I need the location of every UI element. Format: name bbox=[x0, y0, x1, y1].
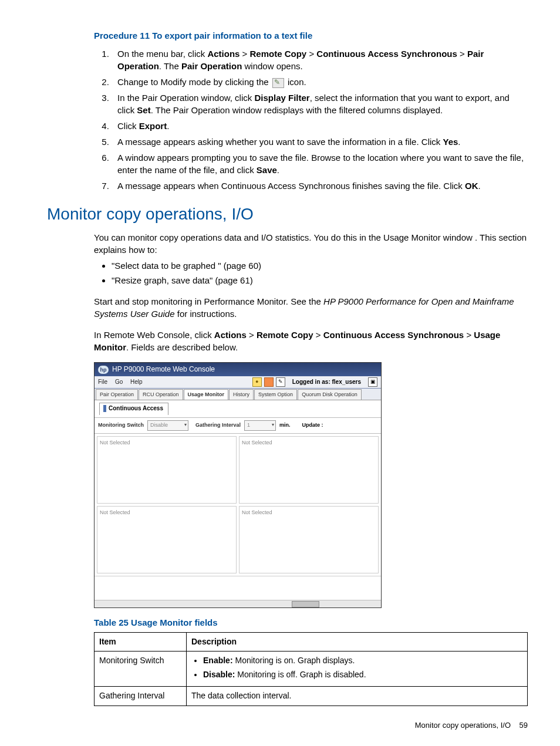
step-7: A message appears when Continuous Access… bbox=[112, 180, 528, 192]
bold: Display Filter bbox=[254, 93, 309, 103]
tab-history[interactable]: History bbox=[229, 389, 254, 400]
horizontal-scrollbar[interactable] bbox=[95, 600, 381, 607]
header-description: Description bbox=[187, 632, 528, 652]
menu-go[interactable]: Go bbox=[115, 379, 123, 385]
intro-text: You can monitor copy operations data and… bbox=[94, 231, 528, 256]
tab-system-option[interactable]: System Option bbox=[254, 389, 297, 400]
list-item: Enable: Monitoring is on. Graph displays… bbox=[203, 655, 522, 667]
cell-description: Enable: Monitoring is on. Graph displays… bbox=[187, 652, 528, 687]
page-footer: Monitor copy operations, I/O 59 bbox=[32, 720, 528, 731]
paragraph: In Remote Web Console, click Actions > R… bbox=[94, 329, 528, 353]
bold: Remote Copy bbox=[257, 330, 313, 340]
sep: > bbox=[247, 330, 257, 340]
cell-item: Gathering Interval bbox=[95, 687, 187, 706]
table-row: Gathering Interval The data collection i… bbox=[95, 687, 528, 706]
section-body: You can monitor copy operations data and… bbox=[94, 231, 528, 706]
window-title: HP P9000 Remote Web Console bbox=[112, 364, 215, 374]
header-item: Item bbox=[95, 632, 187, 652]
modify-mode-icon[interactable]: ✎ bbox=[276, 377, 285, 387]
text: . bbox=[458, 137, 460, 147]
menu-help[interactable]: Help bbox=[130, 379, 143, 385]
tab-quorum-disk[interactable]: Quorum Disk Operation bbox=[298, 389, 362, 400]
tab-rcu-operation[interactable]: RCU Operation bbox=[139, 389, 183, 400]
min-label: min. bbox=[279, 421, 291, 429]
sep: > bbox=[239, 49, 249, 59]
bold: Continuous Access Synchronous bbox=[323, 330, 464, 340]
bold: OK bbox=[465, 181, 478, 191]
step-4: Click Export. bbox=[112, 120, 528, 132]
graph-panel: Not Selected bbox=[97, 436, 237, 504]
text: Change to Modify mode by clicking the bbox=[117, 77, 271, 87]
text: . bbox=[478, 181, 481, 191]
text: . The Pair Operation window redisplays w… bbox=[151, 105, 443, 115]
menu-left: File Go Help bbox=[98, 378, 149, 386]
select-value: Disable bbox=[150, 421, 168, 429]
monitoring-switch-select[interactable]: Disable bbox=[147, 420, 188, 431]
logout-icon[interactable]: ▣ bbox=[368, 377, 377, 387]
text: In the Pair Operation window, click bbox=[117, 93, 254, 103]
footer-text: Monitor copy operations, I/O bbox=[415, 721, 511, 730]
text: A window appears prompting you to save t… bbox=[117, 153, 524, 175]
tab-usage-monitor[interactable]: Usage Monitor bbox=[184, 389, 229, 400]
text: Start and stop monitoring in Performance… bbox=[94, 296, 323, 306]
gathering-interval-label: Gathering Interval bbox=[195, 421, 241, 429]
status-area bbox=[95, 576, 381, 600]
menu-file[interactable]: File bbox=[98, 379, 107, 385]
status-icon[interactable] bbox=[264, 377, 274, 387]
bold: Remote Copy bbox=[250, 49, 307, 59]
text: In Remote Web Console, click bbox=[94, 330, 214, 340]
procedure-title: Procedure 11 To export pair information … bbox=[94, 29, 528, 42]
bold: Yes bbox=[443, 137, 458, 147]
modify-icon bbox=[272, 78, 284, 88]
alert-icon[interactable]: ● bbox=[252, 377, 262, 387]
usage-monitor-fields-table: Item Description Monitoring Switch Enabl… bbox=[94, 632, 528, 706]
sep: > bbox=[457, 49, 467, 59]
hp-logo-icon: hp bbox=[98, 366, 109, 374]
menu-right: ● ✎ Logged in as: flex_users ▣ bbox=[252, 377, 377, 387]
text: . The bbox=[159, 61, 181, 71]
table-title: Table 25 Usage Monitor fields bbox=[94, 616, 528, 629]
bold: Export bbox=[139, 121, 167, 131]
cell-description: The data collection interval. bbox=[187, 687, 528, 706]
text: A message appears when Continuous Access… bbox=[117, 181, 465, 191]
step-3: In the Pair Operation window, click Disp… bbox=[112, 92, 528, 116]
scrollbar-thumb[interactable] bbox=[292, 601, 319, 607]
text: . bbox=[167, 121, 169, 131]
text: . Fields are described below. bbox=[126, 342, 238, 352]
select-value: 1 bbox=[247, 421, 250, 429]
bold: Actions bbox=[214, 330, 247, 340]
xref-list: "Select data to be graphed " (page 60) "… bbox=[94, 259, 528, 286]
menubar: File Go Help ● ✎ Logged in as: flex_user… bbox=[95, 376, 381, 389]
text: . bbox=[277, 165, 279, 175]
step-5: A message appears asking whether you wan… bbox=[112, 136, 528, 148]
text: A message appears asking whether you wan… bbox=[117, 137, 443, 147]
subtab-label: Continuous Access bbox=[109, 405, 163, 411]
sep: > bbox=[313, 330, 323, 340]
screenshot-mock: hp HP P9000 Remote Web Console File Go H… bbox=[94, 362, 382, 607]
tab-marker-icon bbox=[103, 405, 106, 412]
cell-item: Monitoring Switch bbox=[95, 652, 187, 687]
step-2: Change to Modify mode by clicking the ic… bbox=[112, 76, 528, 88]
step-6: A window appears prompting you to save t… bbox=[112, 151, 528, 176]
bold: Actions bbox=[207, 49, 239, 59]
xref-item[interactable]: "Select data to be graphed " (page 60) bbox=[112, 259, 528, 272]
tab-pair-operation[interactable]: Pair Operation bbox=[96, 389, 138, 400]
sep: > bbox=[464, 330, 474, 340]
monitoring-switch-label: Monitoring Switch bbox=[98, 421, 144, 429]
table-header-row: Item Description bbox=[95, 632, 528, 652]
bold: Pair Operation bbox=[181, 61, 242, 71]
bold: Set bbox=[137, 105, 150, 115]
bold: Enable: bbox=[203, 656, 233, 665]
sep: > bbox=[306, 49, 316, 59]
procedure-steps: On the menu bar, click Actions > Remote … bbox=[94, 48, 528, 192]
page: Procedure 11 To export pair information … bbox=[0, 0, 560, 746]
subtab-continuous-access[interactable]: Continuous Access bbox=[99, 403, 168, 415]
subtab-row: Continuous Access bbox=[95, 400, 381, 417]
xref-item[interactable]: "Resize graph, save data" (page 61) bbox=[112, 274, 528, 286]
text: for instructions. bbox=[175, 309, 237, 319]
table-row: Monitoring Switch Enable: Monitoring is … bbox=[95, 652, 528, 687]
gathering-interval-select[interactable]: 1 bbox=[244, 420, 276, 431]
list-item: Disable: Monitoring is off. Graph is dis… bbox=[203, 669, 522, 681]
graph-panel: Not Selected bbox=[97, 506, 237, 573]
bold: Continuous Access Synchronous bbox=[316, 49, 457, 59]
